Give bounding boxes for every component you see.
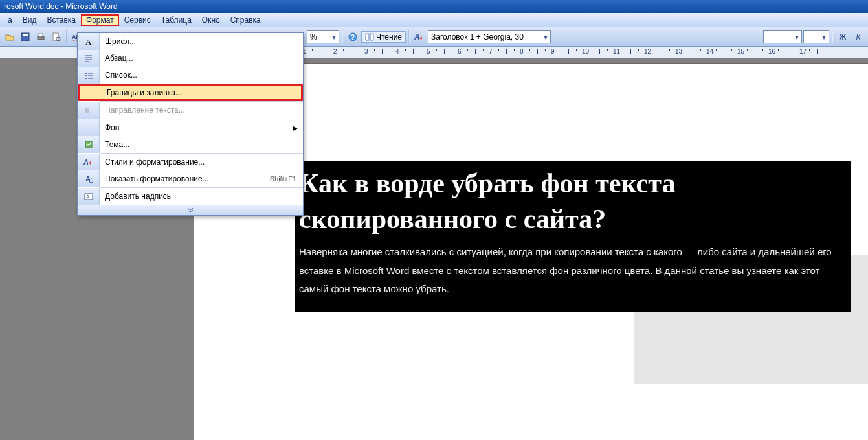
window-title: rosoft Word.doc - Microsoft Word (4, 2, 118, 11)
svg-rect-1 (23, 34, 28, 36)
print-button[interactable] (34, 30, 48, 44)
bold-button[interactable]: Ж (836, 30, 850, 44)
help-button[interactable]: ? (346, 30, 360, 44)
svg-rect-3 (39, 34, 43, 36)
menu-view[interactable]: Вид (17, 14, 42, 26)
menu-format[interactable]: Формат (81, 14, 119, 26)
zoom-combo[interactable]: %▾ (307, 30, 339, 43)
svg-rect-4 (53, 33, 58, 40)
reading-mode-button[interactable]: Чтение (361, 31, 406, 43)
print-preview-button[interactable] (49, 30, 63, 44)
window-titlebar: rosoft Word.doc - Microsoft Word (0, 0, 868, 13)
save-button[interactable] (18, 30, 32, 44)
open-button[interactable] (3, 30, 17, 44)
paragraph-icon (78, 50, 100, 58)
menu-item-font[interactable]: A Шрифт... (78, 33, 303, 50)
svg-text:4: 4 (419, 35, 423, 41)
menu-table[interactable]: Таблица (156, 14, 197, 26)
font-icon: A (78, 33, 100, 50)
style-combo[interactable]: Заголовок 1 + Georgia, 30▾ (428, 30, 551, 43)
italic-button[interactable]: К (851, 30, 865, 44)
menu-tools[interactable]: Сервис (119, 14, 156, 26)
menu-file[interactable]: а (3, 14, 17, 26)
menu-insert[interactable]: Вставка (41, 14, 81, 26)
book-icon (365, 33, 374, 41)
svg-rect-2 (38, 36, 44, 40)
menubar: а Вид Вставка Формат Сервис Таблица Окно… (0, 13, 868, 27)
svg-text:?: ? (351, 34, 355, 41)
svg-text:A: A (85, 37, 92, 46)
format-menu-dropdown: A Шрифт... Абзац... Список... Границы и … (77, 32, 304, 58)
style-icon[interactable]: A4 (412, 30, 427, 44)
menu-help[interactable]: Справка (225, 14, 266, 26)
menu-window[interactable]: Окно (197, 14, 225, 26)
size-combo[interactable]: ▾ (803, 30, 829, 43)
menu-item-paragraph[interactable]: Абзац... (78, 50, 303, 58)
font-combo[interactable]: ▾ (763, 30, 802, 43)
